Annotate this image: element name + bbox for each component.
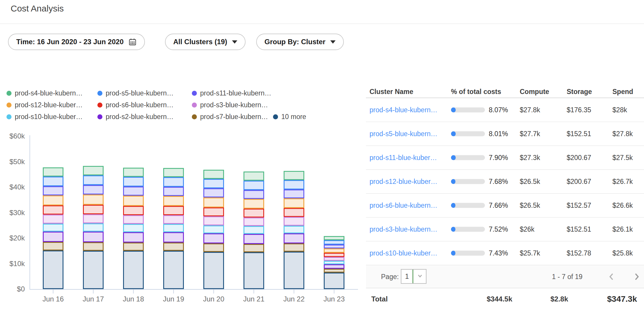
bar-segment-prod-s10-blue-kuber[interactable] — [163, 224, 184, 232]
bar-segment-prod-s11-blue-kubern[interactable] — [284, 189, 304, 198]
bar-segment-prod-s7-blue-kubern[interactable] — [163, 243, 184, 251]
bar-segment-prod-s4-blue-kubern[interactable] — [324, 236, 344, 240]
legend-item[interactable]: prod-s2-blue-kubern… — [97, 112, 174, 121]
bar-segment-prod-s5-blue-kubern[interactable] — [243, 181, 264, 190]
bar-segment-prod-s10-blue-kuber[interactable] — [123, 224, 144, 232]
bar-segment-prod-s4-blue-kubern[interactable] — [284, 171, 304, 180]
bar-segment-prod-s4-blue-kubern[interactable] — [43, 167, 63, 177]
bar-segment-prod-s6-blue-kubern[interactable] — [123, 206, 144, 215]
bar-segment-prod-s3-blue-kubern[interactable] — [43, 215, 63, 223]
bar-segment-prod-s6-blue-kubern[interactable] — [203, 207, 224, 216]
bar-segment-prod-s6-blue-kubern[interactable] — [284, 208, 304, 217]
cluster-name-link[interactable]: prod-s6-blue-kubern… — [370, 202, 437, 210]
prev-page-button[interactable] — [607, 272, 617, 282]
legend-item[interactable]: prod-s3-blue-kubern… — [192, 100, 268, 110]
bar-segment-prod-s12-blue-kuber[interactable] — [203, 197, 224, 207]
bar-segment-prod-s10-blue-kuber[interactable] — [324, 261, 344, 264]
bar-segment-prod-s11-blue-kubern[interactable] — [83, 185, 104, 194]
bar-segment-prod-s4-blue-kubern[interactable] — [163, 168, 184, 177]
bar-segment-prod-s3-blue-kubern[interactable] — [243, 217, 264, 226]
bar-segment-prod-s5-blue-kubern[interactable] — [284, 180, 304, 189]
bar-segment-prod-s5-blue-kubern[interactable] — [43, 177, 63, 186]
bar-segment-prod-s11-blue-kubern[interactable] — [324, 245, 344, 249]
bar-segment-prod-s7-blue-kubern[interactable] — [243, 244, 264, 252]
cluster-name-link[interactable]: prod-s12-blue-kuber… — [370, 178, 437, 186]
bar-segment-prod-s7-blue-kubern[interactable] — [324, 269, 344, 273]
bar-segment-prod-s3-blue-kubern[interactable] — [83, 214, 104, 223]
legend-item[interactable]: prod-s12-blue-kuber… — [6, 100, 83, 110]
bar-segment-prod-s6-blue-kubern[interactable] — [324, 253, 344, 257]
bar-segment-prod-s4-blue-kubern[interactable] — [83, 166, 104, 175]
bar-segment-10-more[interactable] — [83, 251, 104, 289]
bar-segment-prod-s3-blue-kubern[interactable] — [163, 215, 184, 224]
bar-segment-prod-s3-blue-kubern[interactable] — [324, 257, 344, 261]
next-page-button[interactable] — [632, 272, 642, 282]
bar-segment-prod-s12-blue-kuber[interactable] — [243, 199, 264, 209]
bar-segment-prod-s3-blue-kubern[interactable] — [284, 217, 304, 225]
bar-segment-prod-s11-blue-kubern[interactable] — [123, 187, 144, 196]
bar-segment-prod-s6-blue-kubern[interactable] — [83, 205, 104, 214]
legend-item[interactable]: 10 more — [273, 112, 306, 121]
cluster-name-link[interactable]: prod-s11-blue-kuber… — [370, 154, 437, 162]
bar-segment-10-more[interactable] — [123, 251, 144, 289]
bar-segment-prod-s11-blue-kubern[interactable] — [43, 186, 63, 195]
bar-segment-prod-s4-blue-kubern[interactable] — [123, 168, 144, 177]
legend-item[interactable]: prod-s7-blue-kubern… — [192, 112, 268, 121]
bar-segment-10-more[interactable] — [243, 252, 264, 289]
bar-segment-prod-s7-blue-kubern[interactable] — [83, 242, 104, 251]
bar-segment-prod-s5-blue-kubern[interactable] — [83, 175, 104, 185]
legend-item[interactable]: prod-s11-blue-kubern… — [192, 88, 271, 98]
bar-segment-prod-s5-blue-kubern[interactable] — [163, 177, 184, 187]
bar-segment-prod-s3-blue-kubern[interactable] — [123, 215, 144, 224]
cluster-name-link[interactable]: prod-s5-blue-kubern… — [370, 130, 437, 138]
bar-segment-prod-s12-blue-kuber[interactable] — [324, 248, 344, 253]
clusters-filter-dropdown[interactable]: All Clusters (19) — [165, 34, 246, 50]
bar-segment-prod-s11-blue-kubern[interactable] — [203, 188, 224, 197]
legend-item[interactable]: prod-s10-blue-kuber… — [6, 112, 83, 121]
bar-segment-prod-s11-blue-kubern[interactable] — [243, 190, 264, 199]
bar-segment-prod-s5-blue-kubern[interactable] — [324, 240, 344, 245]
bar-segment-prod-s7-blue-kubern[interactable] — [43, 242, 63, 250]
bar-segment-10-more[interactable] — [284, 252, 304, 289]
cluster-name-link[interactable]: prod-s10-blue-kuber… — [370, 249, 437, 257]
bar-segment-prod-s4-blue-kubern[interactable] — [243, 172, 264, 180]
bar-segment-prod-s12-blue-kuber[interactable] — [163, 196, 184, 206]
bar-segment-prod-s3-blue-kubern[interactable] — [203, 216, 224, 225]
bar-segment-prod-s5-blue-kubern[interactable] — [123, 177, 144, 187]
bar-segment-prod-s12-blue-kuber[interactable] — [123, 196, 144, 206]
legend-item[interactable]: prod-s6-blue-kubern… — [97, 100, 174, 110]
bar-segment-prod-s2-blue-kubern[interactable] — [324, 264, 344, 269]
bar-segment-prod-s2-blue-kubern[interactable] — [203, 233, 224, 243]
bar-segment-prod-s10-blue-kuber[interactable] — [243, 226, 264, 234]
bar-segment-prod-s7-blue-kubern[interactable] — [203, 243, 224, 252]
bar-segment-prod-s10-blue-kuber[interactable] — [203, 225, 224, 234]
bar-segment-prod-s6-blue-kubern[interactable] — [163, 206, 184, 215]
bar-segment-prod-s10-blue-kuber[interactable] — [284, 226, 304, 234]
time-range-filter-button[interactable]: Time: 16 Jun 2020 - 23 Jun 2020 — [8, 34, 145, 50]
bar-segment-10-more[interactable] — [43, 250, 63, 289]
bar-segment-prod-s12-blue-kuber[interactable] — [43, 195, 63, 206]
legend-item[interactable]: prod-s5-blue-kubern… — [97, 88, 174, 98]
bar-segment-prod-s12-blue-kuber[interactable] — [83, 194, 104, 205]
bar-segment-prod-s10-blue-kuber[interactable] — [43, 224, 63, 232]
bar-segment-prod-s4-blue-kubern[interactable] — [203, 170, 224, 179]
bar-segment-10-more[interactable] — [324, 273, 344, 289]
bar-segment-prod-s2-blue-kubern[interactable] — [123, 232, 144, 243]
bar-segment-prod-s6-blue-kubern[interactable] — [43, 205, 63, 215]
bar-segment-prod-s12-blue-kuber[interactable] — [284, 198, 304, 208]
bar-segment-prod-s2-blue-kubern[interactable] — [243, 234, 264, 244]
bar-segment-prod-s7-blue-kubern[interactable] — [123, 243, 144, 251]
bar-segment-prod-s6-blue-kubern[interactable] — [243, 209, 264, 217]
bar-segment-prod-s5-blue-kubern[interactable] — [203, 179, 224, 188]
page-number-select[interactable]: 1 — [401, 269, 426, 284]
bar-segment-10-more[interactable] — [163, 251, 184, 289]
bar-segment-prod-s2-blue-kubern[interactable] — [163, 232, 184, 243]
bar-segment-prod-s2-blue-kubern[interactable] — [43, 232, 63, 242]
cluster-name-link[interactable]: prod-s4-blue-kubern… — [370, 106, 437, 114]
legend-item[interactable]: prod-s4-blue-kubern… — [6, 88, 83, 98]
group-by-dropdown[interactable]: Group By: Cluster — [256, 34, 344, 50]
bar-segment-prod-s10-blue-kuber[interactable] — [83, 223, 104, 232]
bar-segment-prod-s2-blue-kubern[interactable] — [83, 232, 104, 242]
bar-segment-prod-s2-blue-kubern[interactable] — [284, 233, 304, 243]
bar-segment-prod-s11-blue-kubern[interactable] — [163, 187, 184, 196]
